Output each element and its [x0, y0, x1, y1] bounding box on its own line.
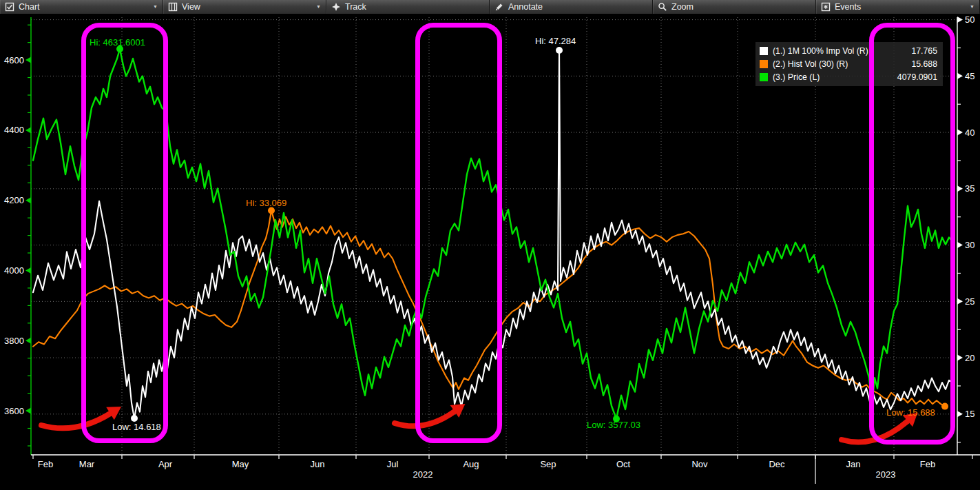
right-axis-tick — [957, 242, 963, 248]
legend-label: (1.) 1M 100% Imp Vol (R) — [773, 46, 868, 56]
right-axis-label: 25 — [965, 296, 974, 307]
right-axis-label: 30 — [965, 240, 974, 250]
x-axis-month-label: Jan — [846, 459, 861, 469]
right-axis-label: 15 — [965, 409, 974, 419]
annotate-pencil-icon — [494, 2, 504, 12]
menu-view-label: View — [182, 2, 200, 12]
marker-label: Hi: 47.284 — [535, 36, 576, 46]
right-axis-tick — [957, 73, 963, 79]
left-axis-label: 4200 — [4, 195, 24, 205]
x-axis-month-label: Jun — [311, 459, 325, 469]
highlight-box-3[interactable] — [869, 23, 955, 445]
menu-chart[interactable]: Chart ▼ — [0, 0, 163, 14]
x-axis-month-label: Feb — [920, 459, 935, 469]
right-axis-label: 20 — [965, 353, 974, 363]
menu-view[interactable]: View ▼ — [163, 0, 326, 14]
left-axis-label: 4600 — [4, 55, 24, 65]
left-axis-tick — [25, 57, 31, 63]
marker-label: Hi: 33.069 — [246, 198, 286, 208]
menu-chart-label: Chart — [19, 2, 40, 12]
right-axis-label: 45 — [965, 71, 974, 81]
left-axis-label: 4400 — [4, 125, 24, 135]
x-axis-month-label: Nov — [691, 459, 708, 469]
right-axis-label: 50 — [965, 14, 974, 25]
left-axis-label: 4000 — [4, 265, 24, 276]
legend-swatch-green — [760, 73, 768, 81]
zoom-magnifier-icon — [658, 2, 667, 12]
legend-swatch-white — [760, 47, 768, 55]
left-axis-tick — [25, 197, 31, 203]
right-axis-tick — [957, 298, 963, 305]
right-axis-label: 40 — [965, 127, 974, 138]
x-axis-month-label: Feb — [38, 459, 53, 469]
legend-label: (2.) Hist Vol (30) (R) — [773, 59, 848, 69]
right-axis-tick — [957, 17, 963, 23]
x-axis-month-label: Aug — [463, 459, 479, 469]
left-axis-tick — [25, 408, 31, 414]
menu-events-label: Events — [835, 2, 861, 12]
right-axis-tick — [957, 185, 963, 192]
left-axis-tick — [25, 338, 31, 344]
marker-dot — [556, 47, 563, 54]
menu-track-label: Track — [345, 2, 366, 12]
menu-track[interactable]: Track — [326, 0, 490, 14]
x-axis-month-label: Dec — [769, 459, 785, 469]
toolbar: Chart ▼ View ▼ Track Annotate Zoom — [0, 0, 980, 14]
x-axis-year-label: 2022 — [413, 469, 433, 480]
chevron-down-icon[interactable]: ▼ — [970, 0, 974, 14]
menu-events[interactable]: Events ▼ — [816, 0, 980, 14]
highlight-box-2[interactable] — [415, 23, 502, 443]
legend-label: (3.) Price (L) — [773, 72, 820, 82]
marker-label: Low: 3577.03 — [587, 420, 640, 430]
menu-zoom-label: Zoom — [671, 2, 694, 12]
view-grid-icon — [168, 2, 178, 12]
legend-swatch-orange — [760, 60, 768, 68]
right-axis-tick — [957, 130, 963, 136]
menu-annotate-label: Annotate — [508, 2, 543, 12]
right-axis-tick — [957, 355, 963, 361]
x-axis-month-label: Apr — [158, 459, 173, 469]
menu-zoom[interactable]: Zoom — [653, 0, 816, 14]
x-axis-month-label: May — [232, 459, 249, 469]
x-axis-year-label: 2023 — [876, 469, 896, 480]
right-axis-tick — [957, 411, 963, 417]
chart-checkbox-icon — [5, 2, 14, 12]
x-axis-month-label: Sep — [540, 459, 556, 469]
track-crosshair-icon — [331, 2, 341, 12]
x-axis-month-label: Oct — [616, 459, 631, 469]
left-axis-tick — [25, 127, 31, 133]
left-axis-label: 3800 — [4, 336, 24, 346]
x-axis-month-label: Mar — [79, 459, 95, 469]
left-axis-tick — [25, 267, 31, 274]
x-axis-month-label: Jul — [387, 459, 399, 469]
right-axis-label: 35 — [965, 183, 974, 194]
chevron-down-icon[interactable]: ▼ — [316, 0, 321, 14]
left-axis-label: 3600 — [4, 406, 24, 416]
highlight-box-1[interactable] — [81, 23, 168, 443]
chevron-down-icon[interactable]: ▼ — [153, 0, 158, 14]
menu-annotate[interactable]: Annotate — [490, 0, 653, 14]
events-icon — [821, 2, 831, 12]
